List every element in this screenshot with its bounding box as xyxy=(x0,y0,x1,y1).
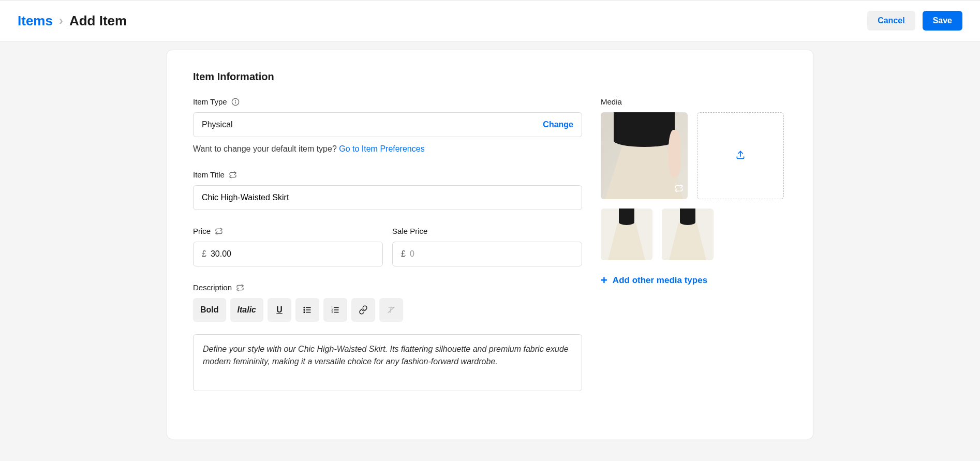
header-actions: Cancel Save xyxy=(867,11,962,31)
helper-text: Want to change your default item type? xyxy=(193,144,339,153)
italic-button[interactable]: Italic xyxy=(230,298,263,322)
change-item-type-link[interactable]: Change xyxy=(543,120,573,129)
info-icon[interactable] xyxy=(231,98,240,106)
product-image-2 xyxy=(601,209,652,260)
item-title-label: Item Title xyxy=(193,170,582,179)
numbered-list-button[interactable]: 1 2 3 xyxy=(323,298,347,322)
item-preferences-link[interactable]: Go to Item Preferences xyxy=(339,144,424,153)
item-type-label-text: Item Type xyxy=(193,97,227,106)
media-thumbnail-1[interactable] xyxy=(601,209,652,260)
svg-point-5 xyxy=(304,309,305,310)
price-input[interactable] xyxy=(211,249,374,259)
section-title: Item Information xyxy=(193,71,787,83)
add-other-media-link[interactable]: + Add other media types xyxy=(601,275,787,286)
item-type-helper: Want to change your default item type? G… xyxy=(193,144,582,154)
cancel-button[interactable]: Cancel xyxy=(867,11,915,31)
sale-price-input[interactable] xyxy=(410,249,573,259)
underline-button[interactable]: U xyxy=(268,298,291,322)
upload-media-box[interactable] xyxy=(697,112,784,199)
svg-point-2 xyxy=(235,100,235,100)
description-editor[interactable]: Define your style with our Chic High-Wai… xyxy=(193,334,582,391)
page-header: Items › Add Item Cancel Save xyxy=(0,0,980,41)
price-row: Price £ Sal xyxy=(193,227,582,266)
sale-price-input-wrap[interactable]: £ xyxy=(392,242,582,266)
item-title-input[interactable] xyxy=(193,185,582,210)
item-type-label: Item Type xyxy=(193,97,582,106)
sale-price-field: Sale Price £ xyxy=(392,227,582,266)
media-section: Media xyxy=(601,97,787,408)
chevron-right-icon: › xyxy=(59,13,63,28)
sale-price-label: Sale Price xyxy=(392,227,582,235)
svg-text:3: 3 xyxy=(332,311,333,314)
breadcrumb-current: Add Item xyxy=(69,13,127,29)
save-button[interactable]: Save xyxy=(923,11,962,31)
svg-point-7 xyxy=(304,312,305,313)
media-main-image[interactable] xyxy=(601,112,688,199)
link-button[interactable] xyxy=(351,298,375,322)
sync-icon[interactable] xyxy=(229,171,237,179)
upload-icon xyxy=(735,150,746,162)
breadcrumb: Items › Add Item xyxy=(18,13,127,29)
price-currency: £ xyxy=(202,249,206,259)
clear-format-button[interactable] xyxy=(379,298,403,322)
description-toolbar: Bold Italic U 1 2 3 xyxy=(193,298,582,322)
bullet-list-button[interactable] xyxy=(295,298,319,322)
breadcrumb-items-link[interactable]: Items xyxy=(18,13,53,29)
item-title-field: Item Title xyxy=(193,170,582,210)
description-field: Description Bold Italic U xyxy=(193,283,582,391)
media-label: Media xyxy=(601,97,787,106)
sync-icon[interactable] xyxy=(674,184,684,195)
product-image-3 xyxy=(662,209,714,260)
price-field: Price £ xyxy=(193,227,383,266)
item-title-label-text: Item Title xyxy=(193,170,225,179)
plus-icon: + xyxy=(601,275,607,286)
bold-button[interactable]: Bold xyxy=(193,298,226,322)
item-type-value: Physical xyxy=(202,120,233,129)
item-type-field: Item Type Physical Change Want to change xyxy=(193,97,582,154)
sync-icon[interactable] xyxy=(236,284,244,292)
sale-price-currency: £ xyxy=(401,249,406,259)
media-thumbnail-2[interactable] xyxy=(662,209,714,260)
price-input-wrap[interactable]: £ xyxy=(193,242,383,266)
price-label: Price xyxy=(193,227,383,235)
description-label: Description xyxy=(193,283,582,292)
svg-point-3 xyxy=(304,307,305,308)
price-label-text: Price xyxy=(193,227,211,235)
sync-icon[interactable] xyxy=(215,227,223,235)
main-card: Item Information Item Type Physical xyxy=(167,50,813,439)
add-other-media-label: Add other media types xyxy=(613,275,707,286)
item-type-box: Physical Change xyxy=(193,112,582,137)
description-label-text: Description xyxy=(193,283,232,292)
sale-price-label-text: Sale Price xyxy=(392,227,427,235)
